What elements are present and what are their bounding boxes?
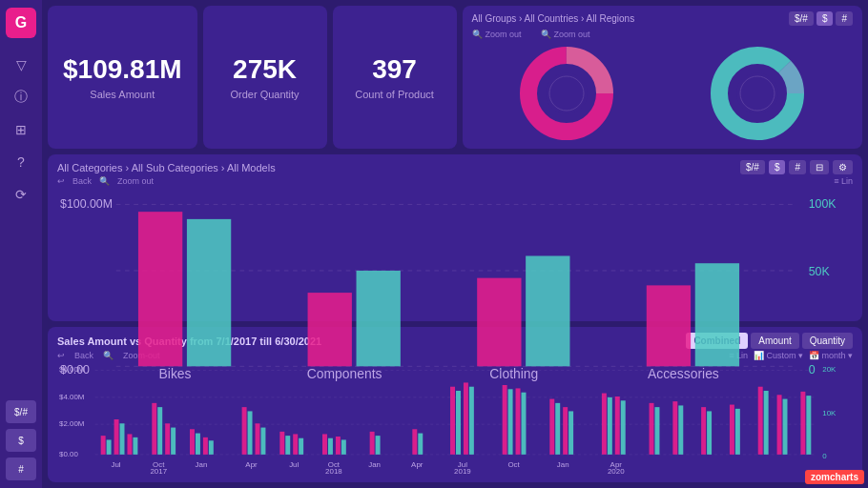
svg-rect-57 <box>279 432 284 455</box>
svg-text:$0.00: $0.00 <box>59 450 78 458</box>
logo: G <box>6 8 36 38</box>
bottom-chart: $6.00M $4.00M $2.00M $0.00 20K 10K 0 <box>57 362 853 477</box>
right-donut-chart <box>705 46 810 141</box>
refresh-icon[interactable]: ⟳ <box>8 181 34 208</box>
bar-chart-container: $100.00M $0.00 100K 50K 0 <box>57 190 853 381</box>
sidebar: G ▽ ⓘ ⊞ ? ⟳ $/# $ # <box>0 0 42 488</box>
format-hash-button[interactable]: # <box>6 458 36 480</box>
svg-rect-23 <box>695 263 739 366</box>
svg-rect-68 <box>418 434 423 455</box>
grid-icon[interactable]: ⊞ <box>8 116 34 143</box>
svg-rect-44 <box>133 437 137 455</box>
svg-rect-83 <box>615 396 620 455</box>
svg-rect-85 <box>650 403 654 455</box>
svg-text:100K: 100K <box>809 197 837 211</box>
kpi-cards: $109.81M Sales Amount 275K Order Quantit… <box>48 6 457 149</box>
kpi-product-label: Count of Product <box>355 89 434 100</box>
pie-zoom-right[interactable]: 🔍 Zoom out <box>541 30 590 39</box>
svg-point-2 <box>546 72 588 114</box>
question-icon[interactable]: ? <box>8 149 34 175</box>
bar-chart-svg: $100.00M $0.00 100K 50K 0 <box>57 190 853 381</box>
bar-format-dollar-hash[interactable]: $/# <box>740 160 765 174</box>
svg-rect-84 <box>621 400 626 455</box>
svg-rect-47 <box>165 423 170 455</box>
svg-text:2017: 2017 <box>150 468 167 476</box>
svg-rect-89 <box>701 407 706 455</box>
svg-rect-18 <box>308 293 352 366</box>
format-dollar-hash-button[interactable]: $/# <box>6 400 36 423</box>
kpi-order-label: Order Quantity <box>230 89 299 100</box>
svg-text:$4.00M: $4.00M <box>59 393 84 400</box>
svg-text:Jul: Jul <box>289 460 300 468</box>
svg-rect-46 <box>157 407 162 455</box>
svg-rect-90 <box>707 411 712 454</box>
svg-rect-94 <box>764 391 769 455</box>
pie-area: All Groups › All Countries › All Regions… <box>463 6 862 149</box>
pie-header: All Groups › All Countries › All Regions… <box>472 11 853 26</box>
bar-back-icon: ↩ <box>57 176 65 186</box>
bar-controls: $/# $ # ⊟ ⚙ <box>740 160 853 174</box>
info-icon[interactable]: ⓘ <box>8 84 34 111</box>
kpi-product-value: 397 <box>372 54 417 85</box>
pie-zoom-left[interactable]: 🔍 Zoom out <box>472 30 522 39</box>
svg-rect-58 <box>285 436 290 455</box>
svg-rect-49 <box>190 429 195 455</box>
svg-text:Apr: Apr <box>245 460 258 468</box>
bar-format-dollar[interactable]: $ <box>769 160 786 174</box>
svg-rect-92 <box>735 409 740 455</box>
svg-rect-43 <box>127 434 132 454</box>
svg-rect-65 <box>370 432 375 455</box>
bar-back-label[interactable]: Back <box>72 176 92 186</box>
svg-rect-88 <box>678 405 683 454</box>
svg-rect-64 <box>341 439 346 454</box>
svg-text:Apr: Apr <box>411 460 424 468</box>
bar-filter-button[interactable]: ⊟ <box>810 160 829 174</box>
svg-rect-66 <box>376 436 381 455</box>
svg-text:10K: 10K <box>822 409 836 417</box>
svg-text:2018: 2018 <box>325 468 342 476</box>
svg-rect-80 <box>568 411 573 454</box>
pie-format-hash[interactable]: # <box>836 11 853 26</box>
bar-settings-button[interactable]: ⚙ <box>833 160 853 174</box>
svg-rect-60 <box>299 438 303 455</box>
svg-text:$6.00M: $6.00M <box>59 366 84 374</box>
svg-text:Jan: Jan <box>557 460 569 468</box>
svg-rect-41 <box>114 419 119 455</box>
bar-zoom-label[interactable]: Zoom out <box>117 176 154 186</box>
svg-rect-45 <box>152 403 156 455</box>
svg-text:Oct: Oct <box>507 460 519 468</box>
svg-rect-97 <box>800 392 805 455</box>
bar-format-hash[interactable]: # <box>789 160 806 174</box>
svg-rect-67 <box>412 429 417 455</box>
pie-charts <box>472 43 853 143</box>
pie-format-dollar[interactable]: $ <box>816 11 834 26</box>
svg-text:Jan: Jan <box>196 460 208 468</box>
svg-rect-96 <box>783 399 788 455</box>
svg-rect-42 <box>120 423 125 455</box>
kpi-sales-value: $109.81M <box>63 54 182 85</box>
zoom-label-right: Zoom out <box>554 30 590 39</box>
watermark: zomcharts <box>805 470 864 484</box>
svg-rect-21 <box>526 255 569 366</box>
svg-rect-52 <box>209 440 214 455</box>
svg-rect-98 <box>806 396 811 455</box>
pie-zoom-row: 🔍 Zoom out 🔍 Zoom out <box>472 30 853 39</box>
svg-rect-22 <box>647 285 691 366</box>
svg-rect-55 <box>256 423 260 455</box>
svg-rect-17 <box>187 219 231 366</box>
filter-icon[interactable]: ▽ <box>8 51 34 78</box>
svg-text:$100.00M: $100.00M <box>60 197 113 211</box>
svg-rect-70 <box>456 391 461 455</box>
pie-format-dollar-hash[interactable]: $/# <box>789 11 814 26</box>
svg-point-6 <box>736 72 778 114</box>
kpi-product-count: 397 Count of Product <box>333 6 457 149</box>
svg-rect-91 <box>730 405 734 455</box>
svg-rect-61 <box>322 434 327 454</box>
format-dollar-button[interactable]: $ <box>6 429 36 452</box>
svg-rect-87 <box>672 401 677 455</box>
svg-text:2019: 2019 <box>454 468 471 476</box>
top-row: $109.81M Sales Amount 275K Order Quantit… <box>48 6 862 149</box>
svg-text:$2.00M: $2.00M <box>59 419 84 427</box>
svg-rect-62 <box>328 438 333 455</box>
svg-rect-50 <box>196 434 200 455</box>
